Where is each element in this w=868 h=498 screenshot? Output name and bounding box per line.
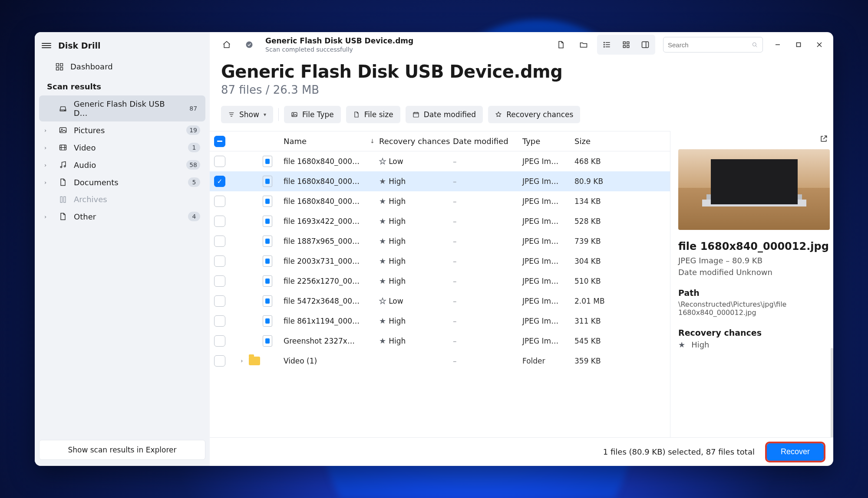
page-subtitle: 87 files / 26.3 MB — [221, 83, 822, 96]
chevron-right-icon: › — [44, 179, 50, 186]
filesize-filter-button[interactable]: File size — [346, 106, 400, 123]
open-folder-button[interactable] — [574, 36, 593, 54]
date-filter-button[interactable]: Date modified — [406, 106, 483, 123]
row-checkbox[interactable] — [214, 216, 225, 227]
row-type: JPEG Im… — [522, 277, 574, 285]
sidebar-item-count: 87 — [186, 104, 200, 113]
row-type: JPEG Im… — [522, 297, 574, 305]
show-filter-button[interactable]: Show ▾ — [221, 106, 273, 123]
home-button[interactable] — [218, 36, 236, 54]
col-name[interactable]: Name↓ — [284, 137, 379, 146]
table-row[interactable]: Greenshot 2327x…★High–JPEG Im…545 KB — [210, 331, 670, 351]
table-row[interactable]: file 1680x840_000…★Low–JPEG Im…468 KB — [210, 151, 670, 171]
file-icon — [263, 176, 272, 187]
row-checkbox[interactable] — [214, 275, 225, 287]
row-name: file 1680x840_000… — [284, 177, 379, 186]
menu-icon[interactable] — [42, 42, 51, 49]
sidebar-item-other[interactable]: ›Other4 — [39, 208, 205, 225]
col-recovery[interactable]: Recovery chances — [379, 137, 453, 146]
selection-status: 1 files (80.9 KB) selected, 87 files tot… — [603, 447, 755, 456]
row-checkbox[interactable] — [214, 196, 225, 207]
preview-scrollbar[interactable] — [831, 348, 833, 437]
table-row[interactable]: file 1680x840_000…★High–JPEG Im…134 KB — [210, 191, 670, 211]
svg-point-20 — [604, 44, 605, 45]
table-row[interactable]: file 1693x422_000…★High–JPEG Im…528 KB — [210, 211, 670, 231]
table-row[interactable]: file 2256x1270_00…★High–JPEG Im…510 KB — [210, 271, 670, 291]
table-row[interactable]: file 1887x965_000…★High–JPEG Im…739 KB — [210, 231, 670, 251]
search-icon — [751, 41, 758, 48]
file-icon — [263, 275, 272, 287]
row-name: Greenshot 2327x… — [284, 337, 379, 345]
star-icon: ★ — [379, 216, 386, 226]
sidebar-item-video[interactable]: ›Video1 — [39, 139, 205, 156]
svg-rect-5 — [60, 128, 66, 133]
row-size: 359 KB — [574, 357, 622, 365]
col-size[interactable]: Size — [574, 137, 622, 146]
row-checkbox[interactable] — [214, 335, 225, 347]
view-list-button[interactable] — [598, 36, 616, 54]
col-type[interactable]: Type — [522, 137, 574, 146]
app-title: Disk Drill — [58, 41, 101, 50]
sidebar-item-dashboard[interactable]: Dashboard — [39, 58, 205, 75]
star-icon: ★ — [379, 177, 386, 186]
search-input[interactable] — [663, 37, 763, 52]
sidebar-item-archive[interactable]: Archives — [39, 191, 205, 208]
row-checkbox[interactable] — [214, 355, 225, 367]
row-name: file 1887x965_000… — [284, 237, 379, 246]
maximize-button[interactable] — [788, 36, 809, 54]
row-size: 134 KB — [574, 197, 622, 206]
popout-button[interactable] — [819, 134, 828, 144]
row-type: JPEG Im… — [522, 337, 574, 345]
row-checkbox[interactable] — [214, 256, 225, 267]
filetype-filter-button[interactable]: File Type — [284, 106, 341, 123]
archive-icon — [58, 195, 68, 204]
row-checkbox[interactable] — [214, 315, 225, 327]
sidebar-item-picture[interactable]: ›Pictures19 — [39, 121, 205, 139]
sidebar-item-document[interactable]: ›Documents5 — [39, 174, 205, 191]
table-row[interactable]: file 5472x3648_00…★Low–JPEG Im…2.01 MB — [210, 291, 670, 311]
chances-filter-button[interactable]: Recovery chances — [488, 106, 580, 123]
svg-rect-22 — [623, 42, 625, 44]
view-grid-button[interactable] — [617, 36, 635, 54]
file-icon — [263, 156, 272, 167]
image-icon — [291, 111, 298, 118]
row-name: Video (1) — [284, 357, 379, 365]
new-file-button[interactable] — [552, 36, 570, 54]
row-checkbox[interactable] — [214, 236, 225, 247]
row-name: file 5472x3648_00… — [284, 297, 379, 305]
sidebar-item-count: 58 — [186, 160, 200, 170]
file-table: Name↓ Recovery chances Date modified Typ… — [210, 131, 670, 437]
sidebar-item-count: 4 — [188, 212, 200, 221]
table-row[interactable]: file 2003x731_000…★High–JPEG Im…304 KB — [210, 251, 670, 271]
table-row[interactable]: file 861x1194_000…★High–JPEG Im…311 KB — [210, 311, 670, 331]
row-checkbox[interactable] — [214, 295, 225, 307]
chevron-right-icon: › — [44, 162, 50, 168]
col-date[interactable]: Date modified — [453, 137, 522, 146]
app-window: Disk Drill Dashboard Scan results Generi… — [35, 32, 833, 466]
sidebar-item-drive[interactable]: Generic Flash Disk USB D…87 — [39, 95, 205, 121]
view-panes-button[interactable] — [636, 36, 654, 54]
table-row[interactable]: file 1680x840_000…★High–JPEG Im…80.9 KB — [210, 171, 670, 191]
minimize-button[interactable] — [767, 36, 788, 54]
table-row[interactable]: ›Video (1)–Folder359 KB — [210, 351, 670, 371]
row-date: – — [453, 197, 522, 206]
row-date: – — [453, 157, 522, 166]
close-button[interactable] — [809, 36, 830, 54]
audio-icon — [58, 161, 68, 169]
star-icon — [495, 111, 502, 118]
svg-rect-3 — [60, 67, 63, 70]
row-recovery: ★High — [379, 336, 453, 345]
sidebar-item-audio[interactable]: ›Audio58 — [39, 156, 205, 174]
row-checkbox[interactable] — [214, 176, 225, 187]
show-in-explorer-button[interactable]: Show scan results in Explorer — [39, 440, 205, 460]
row-name: file 2003x731_000… — [284, 257, 379, 265]
page-title: Generic Flash Disk USB Device.dmg — [221, 62, 822, 82]
recover-button[interactable]: Recover — [767, 443, 824, 461]
row-checkbox[interactable] — [214, 156, 225, 167]
svg-rect-26 — [642, 42, 649, 47]
other-icon — [58, 212, 68, 221]
row-date: – — [453, 237, 522, 246]
chevron-right-icon: › — [44, 213, 50, 220]
select-all-checkbox[interactable] — [214, 136, 225, 147]
star-icon: ★ — [379, 276, 386, 285]
